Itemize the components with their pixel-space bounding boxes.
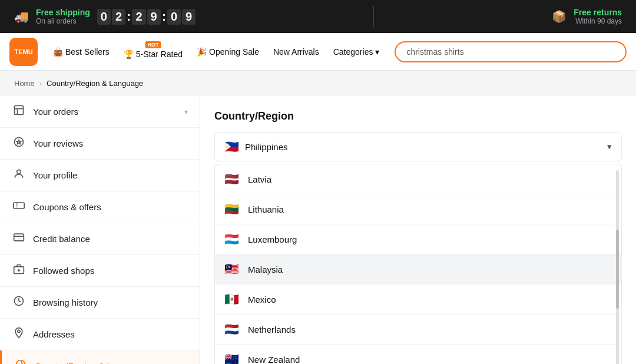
svg-point-3 — [15, 138, 24, 147]
returns-text: Free returns Within 90 days — [574, 8, 622, 25]
country-label: Country/Region & Language — [35, 361, 188, 364]
netherlands-label: Netherlands — [248, 325, 296, 335]
country-select-chevron-icon: ▾ — [607, 141, 612, 152]
reviews-icon — [12, 136, 26, 151]
country-select-button[interactable]: 🇵🇭 Philippines ▾ — [214, 132, 622, 161]
count-s2: 9 — [182, 9, 196, 25]
svg-rect-7 — [14, 234, 24, 241]
coupons-icon — [12, 200, 26, 214]
5star-label: 5-Star Rated — [136, 49, 183, 59]
sidebar-item-addresses[interactable]: Addresses — [0, 319, 200, 350]
credit-label: Credit balance — [33, 234, 188, 244]
profile-label: Your profile — [33, 170, 188, 180]
country-item-luxembourg[interactable]: 🇱🇺 Luxembourg — [215, 224, 621, 254]
mexico-flag-icon: 🇲🇽 — [224, 292, 241, 306]
orders-chevron-icon: ▾ — [184, 108, 188, 116]
luxembourg-label: Luxembourg — [248, 234, 297, 244]
scrollbar-thumb[interactable] — [616, 230, 619, 309]
section-title: Country/Region — [214, 110, 622, 123]
opening-sale-icon: 🎉 — [197, 47, 207, 57]
netherlands-flag-icon: 🇳🇱 — [224, 322, 241, 336]
svg-point-4 — [17, 170, 21, 174]
breadcrumb-separator: › — [39, 79, 42, 88]
selected-flag: 🇵🇭 — [224, 140, 239, 154]
history-label: Browsing history — [33, 297, 188, 307]
sidebar-item-orders[interactable]: Your orders ▾ — [0, 96, 200, 128]
shipping-icon: 🚚 — [14, 9, 29, 24]
sidebar-item-credit[interactable]: Credit balance — [0, 223, 200, 255]
main-layout: Your orders ▾ Your reviews Your profile … — [0, 96, 636, 364]
shipping-text: Free shipping On all orders — [36, 8, 90, 25]
count-d1: 0 — [97, 9, 111, 25]
history-icon — [12, 295, 26, 310]
nav-5star[interactable]: HOT 🏆 5-Star Rated — [118, 41, 188, 62]
profile-icon — [12, 168, 26, 183]
categories-label: Categories — [333, 47, 373, 57]
sidebar-item-reviews[interactable]: Your reviews — [0, 128, 200, 160]
free-shipping-label: Free shipping — [36, 8, 90, 17]
all-orders-label: On all orders — [36, 17, 90, 25]
lithuania-label: Lithuania — [248, 204, 284, 214]
within-days-label: Within 90 days — [574, 17, 622, 25]
selected-country-name: Philippines — [245, 142, 601, 152]
svg-rect-0 — [15, 106, 24, 115]
country-item-malaysia[interactable]: 🇲🇾 Malaysia — [215, 254, 621, 284]
malaysia-label: Malaysia — [248, 264, 283, 274]
5star-icon: 🏆 — [124, 49, 134, 59]
top-banner: 🚚 Free shipping On all orders 02:29:09 📦… — [0, 0, 636, 33]
sidebar-item-country[interactable]: Country/Region & Language — [0, 350, 200, 364]
navbar: TEMU 👜 Best Sellers HOT 🏆 5-Star Rated 🎉… — [0, 33, 636, 71]
country-item-lithuania[interactable]: 🇱🇹 Lithuania — [215, 194, 621, 224]
logo[interactable]: TEMU — [9, 38, 38, 66]
nav-new-arrivals[interactable]: New Arrivals — [267, 44, 325, 60]
sidebar-item-profile[interactable]: Your profile — [0, 160, 200, 191]
country-item-latvia[interactable]: 🇱🇻 Latvia — [215, 164, 621, 194]
breadcrumb: Home › Country/Region & Language — [0, 71, 636, 96]
content-area: Country/Region 🇵🇭 Philippines ▾ 🇱🇻 Latvi… — [200, 96, 636, 364]
breadcrumb-home[interactable]: Home — [14, 79, 35, 88]
sidebar-item-coupons[interactable]: Coupons & offers — [0, 191, 200, 223]
scrollbar-track — [616, 170, 619, 364]
opening-sale-label: Opening Sale — [209, 47, 259, 57]
hot-badge: HOT — [145, 41, 161, 48]
malaysia-flag-icon: 🇲🇾 — [224, 262, 241, 276]
nav-best-sellers[interactable]: 👜 Best Sellers — [47, 44, 115, 60]
shops-label: Followed shops — [33, 266, 188, 276]
svg-point-13 — [18, 330, 20, 332]
count-m1: 2 — [132, 9, 145, 25]
nav-links: 👜 Best Sellers HOT 🏆 5-Star Rated 🎉 Open… — [47, 41, 385, 62]
country-item-netherlands[interactable]: 🇳🇱 Netherlands — [215, 315, 621, 345]
breadcrumb-current: Country/Region & Language — [47, 79, 143, 88]
country-dropdown-list: 🇱🇻 Latvia 🇱🇹 Lithuania 🇱🇺 Luxembourg 🇲🇾 … — [214, 164, 622, 364]
coupons-label: Coupons & offers — [33, 202, 188, 212]
luxembourg-flag-icon: 🇱🇺 — [224, 232, 241, 246]
credit-icon — [12, 231, 26, 246]
returns-icon: 📦 — [552, 9, 567, 24]
sidebar-item-history[interactable]: Browsing history — [0, 287, 200, 319]
reviews-label: Your reviews — [33, 138, 188, 148]
banner-divider — [373, 6, 374, 27]
svg-rect-5 — [14, 203, 24, 209]
search-input[interactable] — [395, 41, 627, 62]
orders-icon — [12, 104, 26, 119]
best-sellers-icon: 👜 — [53, 47, 63, 57]
lithuania-flag-icon: 🇱🇹 — [224, 202, 241, 216]
new-zealand-label: New Zealand — [248, 355, 300, 365]
new-zealand-flag-icon: 🇳🇿 — [224, 352, 241, 364]
nav-categories[interactable]: Categories ▾ — [327, 44, 386, 60]
latvia-flag-icon: 🇱🇻 — [224, 172, 241, 186]
shops-icon — [12, 263, 26, 278]
latvia-label: Latvia — [248, 174, 271, 184]
country-item-new-zealand[interactable]: 🇳🇿 New Zealand — [215, 345, 621, 364]
best-sellers-label: Best Sellers — [65, 47, 110, 57]
free-returns-label: Free returns — [574, 8, 622, 17]
categories-chevron-icon: ▾ — [375, 47, 379, 57]
count-s1: 0 — [167, 9, 181, 25]
count-m2: 9 — [147, 9, 161, 25]
nav-opening-sale[interactable]: 🎉 Opening Sale — [191, 44, 265, 60]
addresses-label: Addresses — [33, 329, 188, 339]
mexico-label: Mexico — [248, 294, 276, 305]
sidebar: Your orders ▾ Your reviews Your profile … — [0, 96, 200, 364]
country-item-mexico[interactable]: 🇲🇽 Mexico — [215, 284, 621, 315]
sidebar-item-shops[interactable]: Followed shops — [0, 255, 200, 287]
